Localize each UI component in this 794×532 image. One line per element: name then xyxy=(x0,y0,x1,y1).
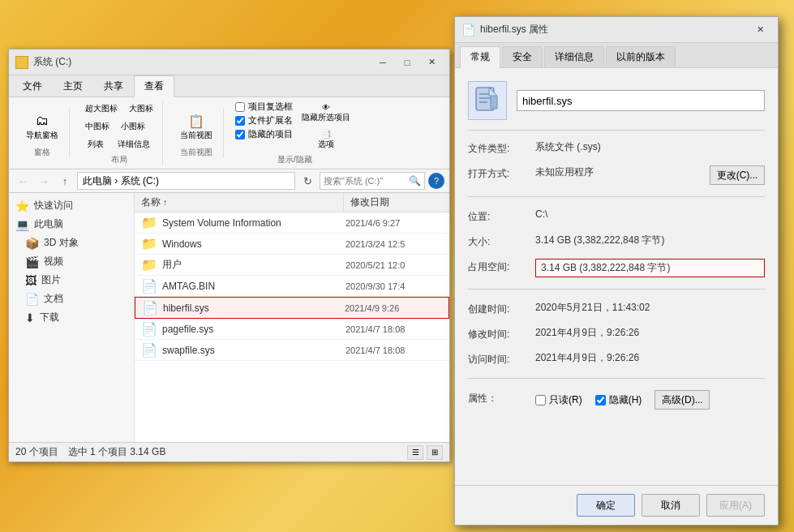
hidden-label[interactable]: 隐藏(H) xyxy=(595,393,642,407)
main-area: ⭐ 快速访问 💻 此电脑 📦 3D 对象 🎬 视频 🖼 图片 📄 文档 xyxy=(9,193,449,442)
show-hide-checkboxes: 项目复选框 文件扩展名 隐藏的项目 xyxy=(235,101,293,140)
props-tab-details[interactable]: 详细信息 xyxy=(544,46,604,67)
readonly-text: 只读(R) xyxy=(549,393,582,407)
help-button[interactable]: ? xyxy=(428,173,444,189)
explorer-window-title: 系统 (C:) xyxy=(33,55,371,69)
col-header-name[interactable]: 名称 ↑ xyxy=(135,193,344,212)
ext-checkbox-input[interactable] xyxy=(235,116,245,126)
close-button[interactable]: ✕ xyxy=(420,54,443,71)
filetype-label: 文件类型: xyxy=(468,140,529,156)
view-list[interactable]: 列表 xyxy=(81,136,110,152)
properties-window-controls: ✕ xyxy=(749,21,771,39)
file-item-swapfile[interactable]: 📄 swapfile.sys 2021/4/7 18:08 xyxy=(135,340,449,361)
change-button[interactable]: 更改(C)... xyxy=(710,165,765,185)
back-button[interactable]: ← xyxy=(14,172,32,190)
minimize-button[interactable]: ─ xyxy=(371,54,394,71)
col-name-label: 名称 xyxy=(141,196,161,208)
hidden-text: 隐藏(H) xyxy=(609,393,642,407)
sidebar-item-pictures[interactable]: 🖼 图片 xyxy=(9,271,134,290)
view-btn-list[interactable]: ☰ xyxy=(407,445,423,460)
filename-input[interactable] xyxy=(517,90,765,111)
nav-pane-label: 导航窗格 xyxy=(26,130,58,141)
cancel-button[interactable]: 取消 xyxy=(642,494,700,517)
up-button[interactable]: ↑ xyxy=(56,172,74,190)
readonly-label[interactable]: 只读(R) xyxy=(535,393,582,407)
props-tab-security[interactable]: 安全 xyxy=(502,46,543,67)
file-item-windows[interactable]: 📁 Windows 2021/3/24 12:5 xyxy=(135,234,449,255)
maximize-button[interactable]: □ xyxy=(396,54,418,71)
file-item-users[interactable]: 📁 用户 2020/5/21 12:0 xyxy=(135,255,449,276)
readonly-checkbox[interactable] xyxy=(535,395,546,405)
sidebar-item-video[interactable]: 🎬 视频 xyxy=(9,252,134,271)
tab-home[interactable]: 主页 xyxy=(53,75,93,97)
tab-file[interactable]: 文件 xyxy=(12,75,53,97)
divider-2 xyxy=(468,289,765,290)
hidden-checkbox-input[interactable] xyxy=(235,130,245,139)
props-tab-previous[interactable]: 以前的版本 xyxy=(606,46,676,67)
props-tab-general[interactable]: 常规 xyxy=(460,46,500,68)
props-row-size: 大小: 3.14 GB (3,382,222,848 字节) xyxy=(468,234,765,249)
options-btn[interactable]: 📑 选项 xyxy=(298,127,354,152)
item-checkbox-input[interactable] xyxy=(235,102,245,112)
item-checkbox-label: 项目复选框 xyxy=(248,101,293,113)
address-text: 此电脑 › 系统 (C:) xyxy=(83,174,159,188)
current-view-button[interactable]: 📋 当前视图 xyxy=(174,108,218,145)
folder-icon-svi: 📁 xyxy=(141,215,157,230)
thispc-icon: 💻 xyxy=(15,218,29,231)
tab-view[interactable]: 查看 xyxy=(134,75,174,97)
hidden-checkbox-label: 隐藏的项目 xyxy=(248,128,293,140)
properties-close-button[interactable]: ✕ xyxy=(749,21,771,39)
file-item-hiberfil[interactable]: 📄 hiberfil.sys 2021/4/9 9:26 xyxy=(135,297,449,319)
refresh-button[interactable]: ↻ xyxy=(298,172,316,190)
search-box: 🔍 xyxy=(320,172,425,190)
sidebar-item-thispc[interactable]: 💻 此电脑 xyxy=(9,215,134,234)
3d-label: 3D 对象 xyxy=(44,236,79,250)
address-path[interactable]: 此电脑 › 系统 (C:) xyxy=(77,172,295,190)
view-small[interactable]: 小图标 xyxy=(117,118,149,135)
tab-share[interactable]: 共享 xyxy=(93,75,134,97)
openwith-label: 打开方式: xyxy=(468,165,529,181)
col-header-date[interactable]: 修改日期 xyxy=(344,193,449,212)
location-label: 位置: xyxy=(468,208,529,224)
hidden-checkbox[interactable] xyxy=(595,395,606,405)
view-btn-grid[interactable]: ⊞ xyxy=(427,445,443,460)
docs-icon: 📄 xyxy=(25,293,39,306)
file-date-pagefile: 2021/4/7 18:08 xyxy=(345,324,443,334)
file-icon-swapfile: 📄 xyxy=(141,342,157,358)
status-view-buttons: ☰ ⊞ xyxy=(407,445,443,460)
show-hide-content: 项目复选框 文件扩展名 隐藏的项目 👁 xyxy=(235,101,354,152)
navigation-pane-button[interactable]: 🗂 导航窗格 xyxy=(20,108,64,145)
ribbon-group-show-hide: 项目复选框 文件扩展名 隐藏的项目 👁 xyxy=(230,101,359,165)
forward-button[interactable]: → xyxy=(35,172,53,190)
view-details[interactable]: 详细信息 xyxy=(114,136,154,152)
sidebar: ⭐ 快速访问 💻 此电脑 📦 3D 对象 🎬 视频 🖼 图片 📄 文档 xyxy=(9,193,135,442)
quickaccess-label: 快速访问 xyxy=(34,199,73,212)
occupied-label: 占用空间: xyxy=(468,259,529,274)
view-extralarge[interactable]: 超大图标 xyxy=(81,101,122,117)
current-view-buttons: 📋 当前视图 xyxy=(174,108,218,145)
path-pc: 此电脑 xyxy=(83,175,112,187)
search-input[interactable] xyxy=(324,176,409,186)
view-small-label: 小图标 xyxy=(121,121,145,132)
ok-button[interactable]: 确定 xyxy=(577,494,635,517)
sidebar-item-docs[interactable]: 📄 文档 xyxy=(9,290,134,308)
ribbon-group-pane: 🗂 导航窗格 窗格 xyxy=(15,108,70,158)
downloads-label: 下载 xyxy=(40,311,59,324)
file-item-svi[interactable]: 📁 System Volume Information 2021/4/6 9:2… xyxy=(135,212,449,234)
apply-button[interactable]: 应用(A) xyxy=(706,494,765,517)
hide-selected-btn[interactable]: 👁 隐藏所选项目 xyxy=(298,101,354,126)
status-item-count: 20 个项目 xyxy=(15,445,58,459)
sidebar-item-quickaccess[interactable]: ⭐ 快速访问 xyxy=(9,196,134,215)
view-large[interactable]: 大图标 xyxy=(125,101,157,117)
file-item-pagefile[interactable]: 📄 pagefile.sys 2021/4/7 18:08 xyxy=(135,319,449,340)
file-item-amtag[interactable]: 📄 AMTAG.BIN 2020/9/30 17:4 xyxy=(135,276,449,297)
show-hide-group-label: 显示/隐藏 xyxy=(277,154,312,165)
sidebar-item-downloads[interactable]: ⬇ 下载 xyxy=(9,308,134,327)
explorer-window-controls: ─ □ ✕ xyxy=(371,54,443,71)
advanced-button[interactable]: 高级(D)... xyxy=(655,390,710,410)
status-selected-info: 选中 1 个项目 3.14 GB xyxy=(68,445,166,459)
ribbon-group-current-view: 📋 当前视图 当前视图 xyxy=(170,108,224,158)
view-medium[interactable]: 中图标 xyxy=(81,118,114,135)
properties-window-icon: 📄 xyxy=(461,24,475,36)
sidebar-item-3d[interactable]: 📦 3D 对象 xyxy=(9,234,134,252)
